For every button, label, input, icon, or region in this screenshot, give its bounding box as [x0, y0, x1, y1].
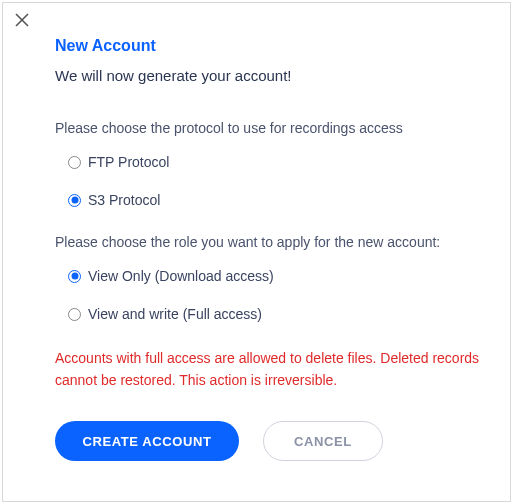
dialog-subtitle: We will now generate your account!: [55, 67, 496, 84]
new-account-dialog: New Account We will now generate your ac…: [2, 2, 511, 502]
protocol-section-label: Please choose the protocol to use for re…: [55, 120, 496, 136]
radio-label: S3 Protocol: [88, 192, 160, 208]
radio-icon: [68, 308, 81, 321]
warning-text: Accounts with full access are allowed to…: [55, 348, 496, 391]
button-row: CREATE ACCOUNT CANCEL: [55, 421, 496, 461]
radio-option-view-write[interactable]: View and write (Full access): [68, 306, 496, 322]
radio-option-view-only[interactable]: View Only (Download access): [68, 268, 496, 284]
radio-option-s3[interactable]: S3 Protocol: [68, 192, 496, 208]
create-account-button[interactable]: CREATE ACCOUNT: [55, 421, 239, 461]
protocol-radio-group: FTP Protocol S3 Protocol: [55, 154, 496, 208]
radio-icon: [68, 156, 81, 169]
close-icon: [15, 13, 31, 27]
role-radio-group: View Only (Download access) View and wri…: [55, 268, 496, 322]
cancel-button[interactable]: CANCEL: [263, 421, 383, 461]
radio-icon: [68, 194, 81, 207]
radio-label: View and write (Full access): [88, 306, 262, 322]
radio-icon: [68, 270, 81, 283]
radio-label: FTP Protocol: [88, 154, 169, 170]
radio-label: View Only (Download access): [88, 268, 274, 284]
role-section-label: Please choose the role you want to apply…: [55, 234, 496, 250]
close-button[interactable]: [15, 13, 31, 29]
dialog-title: New Account: [55, 37, 496, 55]
radio-option-ftp[interactable]: FTP Protocol: [68, 154, 496, 170]
dialog-content: New Account We will now generate your ac…: [17, 15, 496, 461]
